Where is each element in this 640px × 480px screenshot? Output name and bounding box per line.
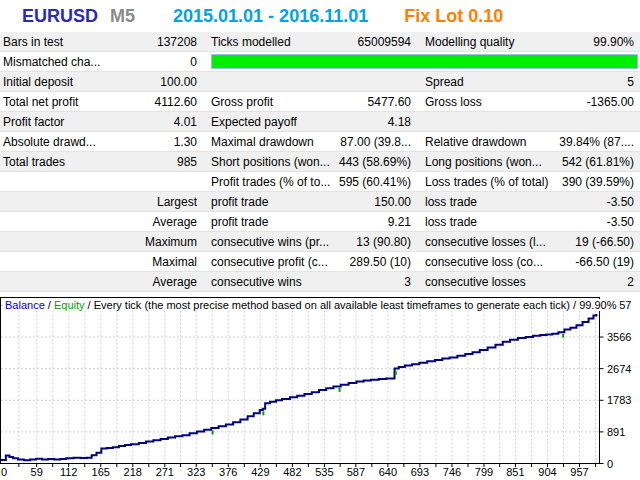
row-label-2: Expected payoff bbox=[211, 115, 339, 129]
balance-chart: 0891178326743566445705911216521827132337… bbox=[0, 295, 640, 480]
row-label-2: Short positions (won... bbox=[211, 155, 339, 169]
row-value-2: 13 (90.80) bbox=[339, 235, 411, 249]
row-value-2: 289.50 (10) bbox=[339, 255, 411, 269]
row-label-3: Loss trades (% of total) bbox=[425, 175, 549, 189]
row-label-3: Modelling quality bbox=[425, 35, 549, 49]
row-label-3: Spread bbox=[425, 75, 549, 89]
row-value-1: 4.01 bbox=[131, 115, 197, 129]
row-value-3: -1365.00 bbox=[549, 95, 634, 109]
x-axis-tick-label: 904 bbox=[538, 466, 556, 478]
row-value-2: 87.00 (39.8... bbox=[339, 135, 411, 149]
row-value-3: 99.90% bbox=[549, 35, 634, 49]
lot-size-label: Fix Lot 0.10 bbox=[404, 6, 503, 27]
balance-chart-canvas: 0891178326743566445705911216521827132337… bbox=[0, 295, 640, 480]
x-axis-tick-label: 112 bbox=[60, 466, 78, 478]
row-label-1: Initial deposit bbox=[3, 75, 131, 89]
y-axis-tick-label: 1783 bbox=[607, 394, 631, 406]
row-value-1: Average bbox=[131, 215, 197, 229]
row-label-1: Bars in test bbox=[3, 35, 131, 49]
y-axis-tick-label: 3566 bbox=[607, 331, 631, 343]
row-value-3: -3.50 bbox=[549, 195, 634, 209]
row-label-3: Gross loss bbox=[425, 95, 549, 109]
table-row: Absolute drawd...1.30Maximal drawdown87.… bbox=[0, 132, 640, 152]
row-value-2: 9.21 bbox=[339, 215, 411, 229]
table-row: Profit factor4.01Expected payoff4.18 bbox=[0, 112, 640, 132]
x-axis-tick-label: 271 bbox=[156, 466, 174, 478]
report-table: Bars in test137208Ticks modelled65009594… bbox=[0, 32, 640, 292]
modelling-quality-bar bbox=[211, 54, 638, 69]
x-axis-tick-label: 851 bbox=[506, 466, 524, 478]
table-row: Largestprofit trade150.00loss trade-3.50 bbox=[0, 192, 640, 212]
row-value-1: Maximal bbox=[131, 255, 197, 269]
table-row: Maximalconsecutive profit (c...289.50 (1… bbox=[0, 252, 640, 272]
row-value-1: 4112.60 bbox=[131, 95, 197, 109]
row-label-1: Mismatched cha... bbox=[3, 55, 131, 69]
row-value-2: 595 (60.41%) bbox=[339, 175, 411, 189]
row-label-2: Profit trades (% of to... bbox=[211, 175, 339, 189]
y-axis-tick-label: 2674 bbox=[607, 363, 631, 375]
row-label-2: consecutive profit (c... bbox=[211, 255, 339, 269]
table-row: Profit trades (% of to...595 (60.41%)Los… bbox=[0, 172, 640, 192]
table-row: Averageconsecutive wins3consecutive loss… bbox=[0, 272, 640, 292]
row-value-3: -66.50 (19) bbox=[549, 255, 634, 269]
row-value-2: 443 (58.69%) bbox=[339, 155, 411, 169]
row-label-2: consecutive wins bbox=[211, 275, 339, 289]
row-value-1: 137208 bbox=[131, 35, 197, 49]
row-value-1: Average bbox=[131, 275, 197, 289]
x-axis-tick-label: 376 bbox=[219, 466, 237, 478]
x-axis-tick-label: 799 bbox=[475, 466, 493, 478]
row-value-1: Maximum bbox=[131, 235, 197, 249]
x-axis-tick-label: 323 bbox=[187, 466, 205, 478]
equity-legend-label: Equity bbox=[54, 299, 85, 311]
x-axis-tick-label: 218 bbox=[124, 466, 142, 478]
row-value-2: 4.18 bbox=[339, 115, 411, 129]
row-label-2: Gross profit bbox=[211, 95, 339, 109]
row-label-1: Absolute drawd... bbox=[3, 135, 131, 149]
row-label-1: Total trades bbox=[3, 155, 131, 169]
row-value-1: 0 bbox=[131, 55, 197, 69]
row-label-3: loss trade bbox=[425, 195, 549, 209]
symbol-label: EURUSD bbox=[22, 6, 98, 27]
row-value-1: 1.30 bbox=[131, 135, 197, 149]
row-label-3: consecutive losses (l... bbox=[425, 235, 549, 249]
table-row: Averageprofit trade9.21loss trade-3.50 bbox=[0, 212, 640, 232]
row-value-1: 100.00 bbox=[131, 75, 197, 89]
x-axis-tick-label: 693 bbox=[411, 466, 429, 478]
row-value-3: -3.50 bbox=[549, 215, 634, 229]
row-label-2: consecutive wins (pr... bbox=[211, 235, 339, 249]
row-value-3: 19 (-66.50) bbox=[549, 235, 634, 249]
report-header: EURUSD M5 2015.01.01 - 2016.11.01 Fix Lo… bbox=[0, 0, 640, 32]
row-label-1: Profit factor bbox=[3, 115, 131, 129]
x-axis-tick-label: 640 bbox=[379, 466, 397, 478]
row-label-2: Maximal drawdown bbox=[211, 135, 339, 149]
x-axis-tick-label: 957 bbox=[570, 466, 588, 478]
y-axis-tick-label: 891 bbox=[607, 426, 625, 438]
plot-border bbox=[1, 298, 600, 464]
table-row: Initial deposit100.00Spread5 bbox=[0, 72, 640, 92]
row-label-3: Long positions (won... bbox=[425, 155, 549, 169]
row-label-2: profit trade bbox=[211, 195, 339, 209]
timeframe-label: M5 bbox=[110, 6, 135, 27]
table-row: Total net profit4112.60Gross profit5477.… bbox=[0, 92, 640, 112]
row-value-2: 65009594 bbox=[339, 35, 411, 49]
row-value-2: 3 bbox=[339, 275, 411, 289]
table-row: Bars in test137208Ticks modelled65009594… bbox=[0, 32, 640, 52]
chart-legend: Balance / Equity / Every tick (the most … bbox=[4, 299, 619, 311]
x-axis-tick-label: 59 bbox=[31, 466, 43, 478]
row-label-3: Relative drawdown bbox=[425, 135, 549, 149]
row-value-1: Largest bbox=[131, 195, 197, 209]
table-row: Mismatched cha...0 bbox=[0, 52, 640, 72]
x-axis-tick-label: 587 bbox=[347, 466, 365, 478]
balance-legend-label: Balance bbox=[5, 299, 45, 311]
table-row: Total trades985Short positions (won...44… bbox=[0, 152, 640, 172]
row-value-3: 5 bbox=[549, 75, 634, 89]
row-value-3: 542 (61.81%) bbox=[549, 155, 634, 169]
row-label-1: Total net profit bbox=[3, 95, 131, 109]
row-label-3: consecutive loss (co... bbox=[425, 255, 549, 269]
row-label-2: profit trade bbox=[211, 215, 339, 229]
x-axis-tick-label: 165 bbox=[92, 466, 110, 478]
x-axis-tick-label: 535 bbox=[315, 466, 333, 478]
row-value-2: 5477.60 bbox=[339, 95, 411, 109]
table-row: Maximumconsecutive wins (pr...13 (90.80)… bbox=[0, 232, 640, 252]
test-period-label: 2015.01.01 - 2016.11.01 bbox=[173, 6, 368, 27]
